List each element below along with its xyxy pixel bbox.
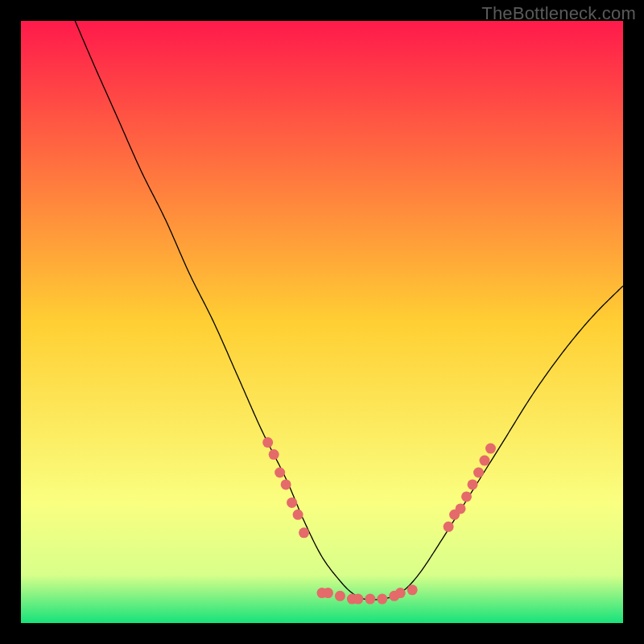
highlight-dot [473, 468, 484, 478]
highlight-dot [299, 527, 309, 538]
highlight-dot [377, 594, 387, 605]
highlight-dot [461, 491, 472, 502]
highlight-dot [365, 594, 375, 605]
highlight-dot [269, 449, 279, 460]
highlight-dot [293, 510, 303, 520]
highlight-dot [335, 591, 345, 601]
watermark-label: TheBottleneck.com [481, 3, 636, 24]
highlight-dot [323, 588, 333, 598]
highlight-dot [262, 437, 273, 448]
plot-area [21, 21, 623, 623]
highlight-dot [456, 503, 466, 514]
highlight-dot [444, 522, 454, 532]
highlight-dot [485, 444, 496, 454]
highlight-dot [287, 497, 297, 508]
highlight-dot [407, 584, 418, 595]
highlight-dot [468, 479, 478, 489]
chart-frame: TheBottleneck.com [0, 0, 644, 644]
highlight-dot [275, 468, 285, 478]
highlight-dot [353, 594, 363, 605]
highlight-dot [281, 479, 291, 489]
highlight-dot [395, 588, 406, 598]
chart-svg [21, 21, 623, 623]
gradient-background [21, 21, 623, 623]
highlight-dot [479, 456, 489, 466]
